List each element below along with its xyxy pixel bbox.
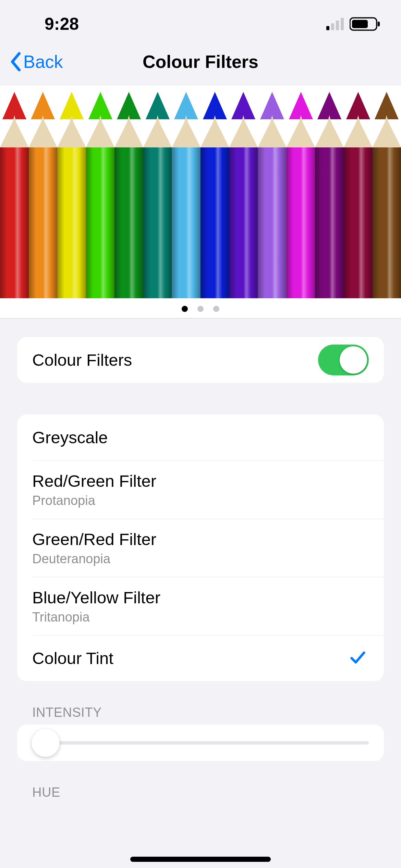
intensity-header: INTENSITY bbox=[32, 705, 384, 720]
toggle-label: Colour Filters bbox=[32, 350, 132, 370]
pencil bbox=[258, 86, 287, 298]
page-dots[interactable] bbox=[0, 306, 401, 312]
filter-option-subtitle: Tritanopia bbox=[32, 610, 160, 625]
nav-bar: Back Colour Filters bbox=[0, 38, 401, 86]
filter-option-subtitle: Protanopia bbox=[32, 493, 156, 508]
colour-filters-toggle-cell: Colour Filters bbox=[17, 337, 384, 383]
filter-option[interactable]: Red/Green FilterProtanopia bbox=[17, 460, 384, 519]
filter-option-label: Red/Green Filter bbox=[32, 471, 156, 491]
pencil bbox=[57, 86, 86, 298]
filter-option[interactable]: Greyscale bbox=[17, 414, 384, 460]
status-bar-indicators bbox=[326, 17, 380, 31]
colour-filters-toggle-row: Colour Filters bbox=[17, 337, 384, 383]
home-indicator[interactable] bbox=[130, 857, 271, 862]
filter-option[interactable]: Blue/Yellow FilterTritanopia bbox=[17, 577, 384, 635]
pencil bbox=[0, 86, 29, 298]
pencil bbox=[373, 86, 401, 298]
page-dot[interactable] bbox=[197, 306, 204, 312]
filter-options-group: GreyscaleRed/Green FilterProtanopiaGreen… bbox=[17, 414, 384, 681]
svg-rect-5 bbox=[352, 20, 368, 28]
intensity-thumb[interactable] bbox=[32, 729, 60, 757]
svg-rect-0 bbox=[326, 26, 329, 30]
pencil bbox=[114, 86, 143, 298]
pencil bbox=[287, 86, 315, 298]
hue-header: HUE bbox=[32, 785, 384, 800]
intensity-track[interactable] bbox=[32, 741, 369, 745]
pencil bbox=[29, 86, 58, 298]
svg-rect-3 bbox=[341, 18, 344, 30]
battery-icon bbox=[350, 17, 380, 31]
pencil bbox=[143, 86, 172, 298]
page-dot[interactable] bbox=[182, 306, 188, 312]
chevron-left-icon bbox=[10, 52, 21, 71]
filter-option-subtitle: Deuteranopia bbox=[32, 552, 156, 566]
svg-rect-2 bbox=[336, 21, 339, 30]
status-bar: 9:28 bbox=[0, 0, 401, 38]
filter-option-label: Blue/Yellow Filter bbox=[32, 588, 160, 607]
pencil bbox=[344, 86, 373, 298]
page-dot[interactable] bbox=[213, 306, 219, 312]
pencil bbox=[172, 86, 200, 298]
pencil bbox=[315, 86, 344, 298]
pencil bbox=[86, 86, 115, 298]
filter-option-label: Greyscale bbox=[32, 428, 108, 447]
filter-option-label: Colour Tint bbox=[32, 649, 113, 668]
back-button[interactable]: Back bbox=[10, 51, 63, 72]
filter-option[interactable]: Colour Tint bbox=[17, 635, 384, 681]
colour-preview[interactable] bbox=[0, 86, 401, 318]
pencil bbox=[200, 86, 229, 298]
cellular-icon bbox=[326, 18, 345, 30]
toggle-knob bbox=[340, 346, 367, 374]
svg-rect-6 bbox=[378, 22, 380, 26]
filter-option-label: Green/Red Filter bbox=[32, 530, 156, 549]
status-time: 9:28 bbox=[45, 14, 79, 34]
colour-filters-toggle[interactable] bbox=[318, 345, 369, 375]
back-label: Back bbox=[23, 51, 63, 72]
filter-option[interactable]: Green/Red FilterDeuteranopia bbox=[17, 519, 384, 577]
svg-rect-1 bbox=[331, 23, 334, 30]
intensity-slider-row bbox=[17, 725, 384, 761]
checkmark-icon bbox=[349, 649, 367, 668]
pencil bbox=[229, 86, 258, 298]
